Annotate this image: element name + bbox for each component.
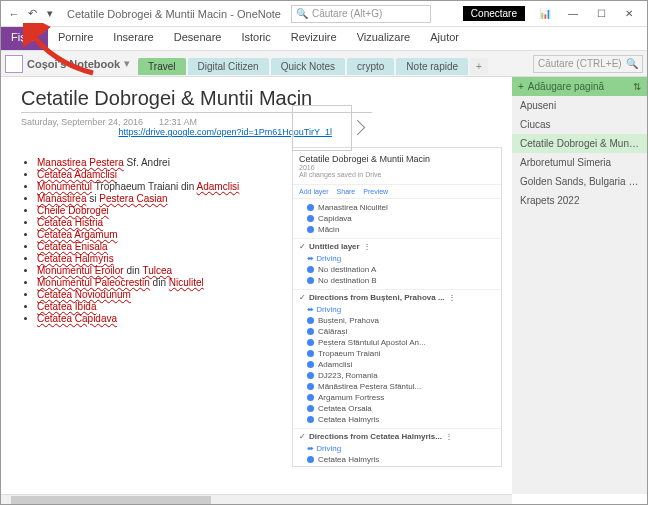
back-button[interactable]: ←	[5, 5, 23, 23]
horizontal-scrollbar[interactable]	[1, 494, 512, 504]
map-add-layer[interactable]: Add layer	[299, 188, 329, 195]
tab-draw[interactable]: Desenare	[164, 27, 232, 50]
map-layer-item[interactable]: Peștera Sfântului Apostol An...	[299, 337, 495, 348]
map-layer-item[interactable]: Cetatea Orsala	[299, 403, 495, 414]
tab-file[interactable]: Fișier	[1, 27, 48, 50]
search-box[interactable]: 🔍Căutare (Alt+G)	[291, 5, 431, 23]
close-button[interactable]: ✕	[615, 4, 643, 24]
window-title: Cetatile Dobrogei & Muntii Macin - OneNo…	[67, 8, 281, 20]
tab-insert[interactable]: Inserare	[103, 27, 163, 50]
section-tab[interactable]: Quick Notes	[271, 58, 345, 75]
map-layer-item[interactable]: Cetatea Halmyris	[299, 454, 495, 465]
sort-icon[interactable]: ⇅	[633, 81, 641, 92]
map-layer-item[interactable]: Manastirea Niculitel	[299, 202, 495, 213]
page-list-item[interactable]: Apuseni	[512, 96, 647, 115]
page-date: Saturday, September 24, 201612:31 AM	[21, 117, 512, 127]
section-tab[interactable]: Note rapide	[396, 58, 468, 75]
page-list-item[interactable]: Cetatile Dobrogei & Muntii Macin	[512, 134, 647, 153]
map-share[interactable]: Share	[337, 188, 356, 195]
map-layer-item[interactable]: Monumentul Eroilor	[299, 465, 495, 467]
map-layer-item[interactable]: Călărași	[299, 326, 495, 337]
tab-home[interactable]: Pornire	[48, 27, 103, 50]
map-layer-item[interactable]: Mănăstirea Peștera Sfântul...	[299, 381, 495, 392]
map-layer-item[interactable]: No destination A	[299, 264, 495, 275]
page-list-item[interactable]: Golden Sands, Bulgaria (25 - 28 m	[512, 172, 647, 191]
page-list-item[interactable]: Arboretumul Simeria	[512, 153, 647, 172]
search-pages-box[interactable]: Căutare (CTRL+E)🔍	[533, 55, 643, 73]
map-layer-item[interactable]: DJ223, Romania	[299, 370, 495, 381]
connect-button[interactable]: Conectare	[463, 6, 525, 21]
maximize-button[interactable]: ☐	[587, 4, 615, 24]
add-page-button[interactable]: + Adăugare pagină ⇅	[512, 77, 647, 96]
ribbon: Fișier Pornire Inserare Desenare Istoric…	[1, 27, 647, 51]
map-layer-item[interactable]: Capidava	[299, 213, 495, 224]
undo-button[interactable]: ↶	[23, 5, 41, 23]
map-layer-item[interactable]: Argamum Fortress	[299, 392, 495, 403]
map-layer-item[interactable]: Bușteni, Prahova	[299, 315, 495, 326]
notebook-icon[interactable]	[5, 55, 23, 73]
map-embed[interactable]: Brașov Târgoviște Cetatile Dobrogei & Mu…	[292, 147, 502, 467]
tab-view[interactable]: Vizualizare	[347, 27, 421, 50]
tab-help[interactable]: Ajutor	[420, 27, 469, 50]
search-icon: 🔍	[626, 58, 638, 69]
section-tab[interactable]: crypto	[347, 58, 394, 75]
page-list-sidebar: + Adăugare pagină ⇅ ApuseniCiucasCetatil…	[512, 77, 647, 494]
section-tab-travel[interactable]: Travel	[138, 58, 185, 75]
add-section-button[interactable]: +	[470, 58, 488, 75]
map-preview[interactable]: Preview	[363, 188, 388, 195]
notebook-dropdown-icon[interactable]: ▾	[124, 57, 130, 70]
tab-history[interactable]: Istoric	[231, 27, 280, 50]
minimize-button[interactable]: —	[559, 4, 587, 24]
map-layer-item[interactable]: Măcin	[299, 224, 495, 235]
tab-review[interactable]: Revizuire	[281, 27, 347, 50]
search-icon: 🔍	[296, 8, 308, 19]
map-layer-item[interactable]: No destination B	[299, 275, 495, 286]
plus-icon: +	[518, 81, 524, 92]
section-tab[interactable]: Digital Citizen	[188, 58, 269, 75]
map-layer-item[interactable]: Tropaeum Traiani	[299, 348, 495, 359]
page-canvas[interactable]: Cetatile Dobrogei & Muntii Macin Saturda…	[1, 77, 512, 494]
settings-button[interactable]: 📊	[531, 4, 559, 24]
page-list-item[interactable]: Krapets 2022	[512, 191, 647, 210]
notebook-name[interactable]: Coșoi's Notebook	[27, 58, 120, 70]
map-layer-item[interactable]: Adamclisi	[299, 359, 495, 370]
redo-dropdown[interactable]: ▾	[41, 5, 59, 23]
thumbnail-box[interactable]	[292, 105, 352, 151]
page-list-item[interactable]: Ciucas	[512, 115, 647, 134]
map-layer-item[interactable]: Cetatea Halmyris	[299, 414, 495, 425]
